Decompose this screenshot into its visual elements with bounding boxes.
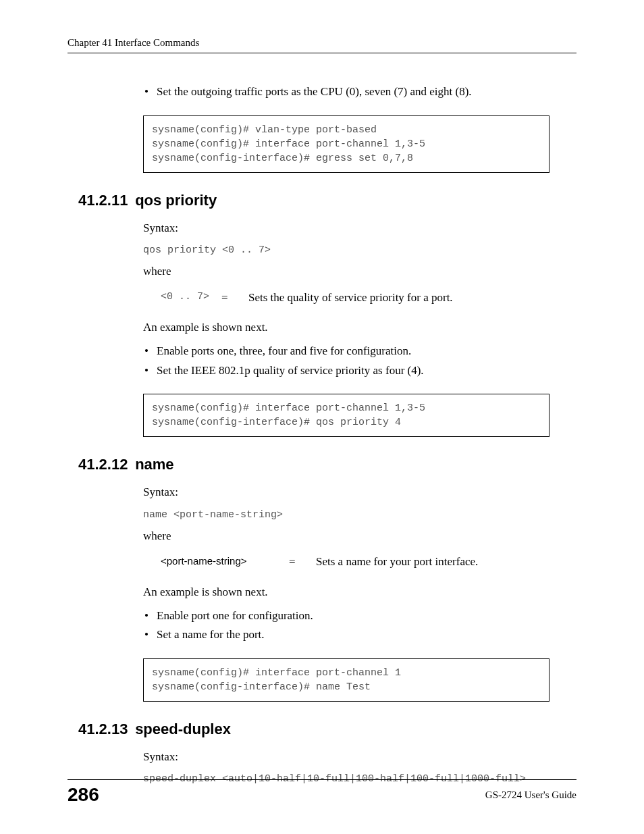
section-heading-qos: qos priority: [135, 192, 217, 209]
bullets-qos: Enable ports one, three, four and five f…: [143, 343, 549, 379]
page-number: 286: [68, 784, 99, 806]
where-label-qos: where: [143, 263, 549, 280]
example-label-qos: An example is shown next.: [143, 319, 549, 336]
param-desc-name: Sets a name for your port interface.: [316, 554, 478, 571]
syntax-code-name: name <port-name-string>: [143, 508, 549, 523]
example-label-name: An example is shown next.: [143, 584, 549, 601]
bullet-name-2: Set a name for the port.: [143, 627, 549, 644]
param-row-qos: <0 .. 7> = Sets the quality of service p…: [161, 290, 549, 307]
guide-name: GS-2724 User's Guide: [485, 789, 576, 801]
section-number-speed: 41.2.13: [78, 721, 131, 738]
section-heading-speed: speed-duplex: [135, 721, 231, 737]
intro-bullet-1: Set the outgoing traffic ports as the CP…: [143, 84, 549, 101]
section-title-name: 41.2.12 name: [78, 456, 576, 473]
section-number-name: 41.2.12: [78, 456, 131, 473]
param-desc-qos: Sets the quality of service priority for…: [248, 290, 453, 307]
syntax-label-qos: Syntax:: [143, 220, 549, 237]
section-number-qos: 41.2.11: [78, 192, 131, 209]
where-label-name: where: [143, 528, 549, 545]
syntax-label-speed: Syntax:: [143, 749, 549, 766]
param-name-name: <port-name-string>: [161, 554, 289, 569]
param-row-name: <port-name-string> = Sets a name for you…: [161, 554, 549, 571]
code-box-qos: sysname(config)# interface port-channel …: [143, 394, 549, 437]
syntax-label-name: Syntax:: [143, 484, 549, 501]
page-header: Chapter 41 Interface Commands: [68, 37, 576, 53]
section-title-qos: 41.2.11 qos priority: [78, 192, 576, 209]
syntax-code-qos: qos priority <0 .. 7>: [143, 243, 549, 258]
code-box-egress: sysname(config)# vlan-type port-based sy…: [143, 115, 549, 173]
page-footer: 286 GS-2724 User's Guide: [68, 779, 576, 806]
intro-bullets: Set the outgoing traffic ports as the CP…: [143, 84, 549, 101]
param-name-qos: <0 .. 7>: [161, 290, 221, 305]
bullet-qos-2: Set the IEEE 802.1p quality of service p…: [143, 363, 549, 380]
param-eq-name: =: [289, 554, 316, 571]
bullet-name-1: Enable port one for configuration.: [143, 608, 549, 625]
param-eq-qos: =: [221, 290, 248, 307]
section-heading-name: name: [135, 456, 173, 473]
section-title-speed: 41.2.13 speed-duplex: [78, 721, 576, 738]
code-box-name: sysname(config)# interface port-channel …: [143, 658, 549, 702]
bullets-name: Enable port one for configuration. Set a…: [143, 608, 549, 644]
bullet-qos-1: Enable ports one, three, four and five f…: [143, 343, 549, 360]
